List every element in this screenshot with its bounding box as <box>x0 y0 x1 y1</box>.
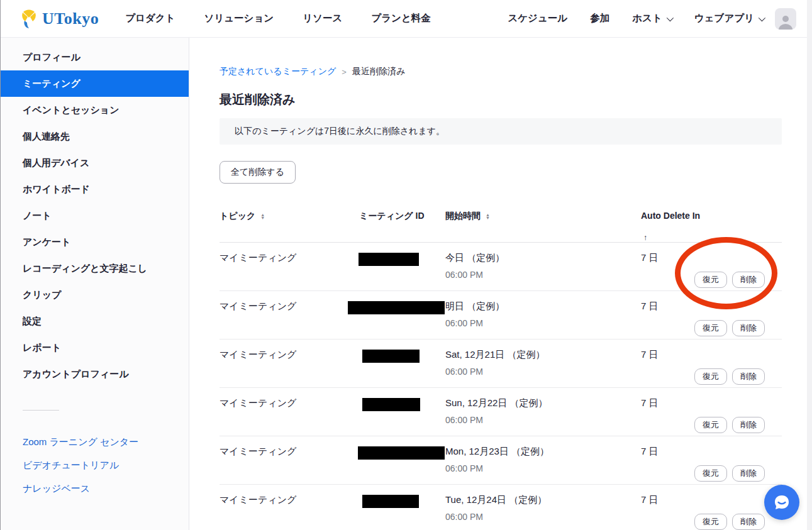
sidebar-item-6[interactable]: ノート <box>1 202 189 229</box>
column-header-start-time-label: 開始時間 <box>445 211 481 222</box>
table-row: マイミーティング Mon, 12月23日 （定例） 06:00 PM 7 日 復… <box>220 436 782 485</box>
meeting-topic: マイミーティング <box>220 340 359 361</box>
restore-button[interactable]: 復元 <box>694 272 727 288</box>
table-row: マイミーティング 明日 （定例） 06:00 PM 7 日 復元 削除 <box>220 291 782 340</box>
table-row: マイミーティング Sun, 12月22日 （定例） 06:00 PM 7 日 復… <box>220 388 782 436</box>
start-time-cell: 明日 （定例） 06:00 PM <box>445 291 641 328</box>
utokyo-ginkgo-icon <box>19 8 38 30</box>
delete-button[interactable]: 削除 <box>732 368 765 385</box>
meeting-topic: マイミーティング <box>220 291 359 312</box>
sidebar-item-0[interactable]: プロフィール <box>1 44 189 70</box>
sidebar-item-5[interactable]: ホワイトボード <box>1 176 189 202</box>
sidebar-item-10[interactable]: 設定 <box>1 308 189 334</box>
nav-action-label: ホスト <box>632 12 662 25</box>
chat-bubble-icon <box>772 492 792 512</box>
delete-all-button[interactable]: 全て削除する <box>220 161 296 184</box>
row-actions: 復元 削除 <box>694 514 782 530</box>
nav-item-1[interactable]: ソリューション <box>204 12 274 25</box>
breadcrumb-separator: > <box>342 67 347 77</box>
redacted-meeting-id-bar <box>358 446 445 460</box>
start-date: 今日 （定例） <box>445 252 641 264</box>
delete-button[interactable]: 削除 <box>732 417 765 433</box>
start-date: Sat, 12月21日 （定例） <box>445 349 641 361</box>
start-time-cell: 今日 （定例） 06:00 PM <box>445 243 641 280</box>
sidebar-item-7[interactable]: アンケート <box>1 229 189 255</box>
meeting-topic: マイミーティング <box>220 388 359 409</box>
meeting-topic: マイミーティング <box>220 243 359 264</box>
meeting-id-cell <box>359 291 445 314</box>
delete-button[interactable]: 削除 <box>732 320 765 336</box>
start-date: Tue, 12月24日 （定例） <box>445 494 641 506</box>
nav-item-2[interactable]: リソース <box>303 12 342 25</box>
utokyo-logo[interactable]: UTokyo <box>19 8 99 30</box>
redacted-meeting-id-bar <box>359 253 419 266</box>
start-date: 明日 （定例） <box>445 301 641 312</box>
sidebar-footer-link-1[interactable]: ビデオチュートリアル <box>1 454 189 477</box>
sidebar-item-1[interactable]: ミーティング <box>1 70 189 97</box>
nav-action-2[interactable]: ホスト <box>632 12 672 25</box>
nav-action-0[interactable]: スケジュール <box>508 12 567 25</box>
restore-button[interactable]: 復元 <box>694 417 727 433</box>
sidebar-item-3[interactable]: 個人連絡先 <box>1 123 189 150</box>
nav-item-3[interactable]: プランと料金 <box>371 12 430 25</box>
logo-wordmark: UTokyo <box>42 9 99 28</box>
meeting-id-cell <box>359 436 445 460</box>
breadcrumb-link-upcoming-meetings[interactable]: 予定されているミーティング <box>220 66 336 77</box>
sidebar-item-12[interactable]: アカウントプロフィール <box>1 361 189 387</box>
redacted-meeting-id-bar <box>362 350 420 363</box>
start-time-cell: Tue, 12月24日 （定例） 06:00 PM <box>445 485 641 522</box>
column-header-topic: トピック ▲▼ <box>220 202 359 222</box>
breadcrumb: 予定されているミーティング > 最近削除済み <box>220 66 782 77</box>
meeting-id-cell <box>359 243 445 266</box>
restore-button[interactable]: 復元 <box>694 465 727 482</box>
delete-button[interactable]: 削除 <box>732 514 765 530</box>
sidebar: プロフィールミーティングイベントとセッション個人連絡先個人用デバイスホワイトボー… <box>1 38 189 530</box>
row-actions: 復元 削除 <box>694 320 782 339</box>
nav-action-label: ウェブアプリ <box>694 12 754 25</box>
redacted-meeting-id-bar <box>362 398 420 411</box>
top-navigation: UTokyo プロダクトソリューションリソースプランと料金 スケジュール参加ホス… <box>1 0 812 38</box>
sidebar-item-2[interactable]: イベントとセッション <box>1 97 189 123</box>
main-content: 予定されているミーティング > 最近削除済み 最近削除済み 以下のミーティングは… <box>189 38 812 530</box>
start-date: Sun, 12月22日 （定例） <box>445 397 641 409</box>
sidebar-item-8[interactable]: レコーディングと文字起こし <box>1 255 189 282</box>
column-header-meeting-id: ミーティング ID <box>359 202 445 222</box>
sort-toggle-icon[interactable]: ▲▼ <box>486 213 490 219</box>
row-actions: 復元 削除 <box>694 417 782 436</box>
sort-ascending-arrow-icon[interactable]: ↑ <box>643 233 647 242</box>
row-actions: 復元 削除 <box>694 465 782 484</box>
row-actions: 復元 削除 <box>694 368 782 387</box>
table-row: マイミーティング Sat, 12月21日 （定例） 06:00 PM 7 日 復… <box>220 340 782 388</box>
delete-button[interactable]: 削除 <box>732 272 765 288</box>
page-title: 最近削除済み <box>220 91 782 108</box>
auto-delete-in-value: 7 日 <box>641 388 694 409</box>
primary-nav-links: プロダクトソリューションリソースプランと料金 <box>125 12 431 25</box>
sidebar-item-11[interactable]: レポート <box>1 334 189 361</box>
restore-button[interactable]: 復元 <box>694 320 727 336</box>
nav-action-1[interactable]: 参加 <box>590 12 609 25</box>
restore-button[interactable]: 復元 <box>694 368 727 385</box>
auto-delete-in-value: 7 日 <box>641 436 694 458</box>
delete-button[interactable]: 削除 <box>732 465 765 482</box>
start-time-cell: Sat, 12月21日 （定例） 06:00 PM <box>445 340 641 377</box>
meeting-topic: マイミーティング <box>220 485 359 506</box>
nav-item-0[interactable]: プロダクト <box>125 12 175 25</box>
table-row: マイミーティング 今日 （定例） 06:00 PM 7 日 復元 削除 <box>220 243 782 291</box>
sidebar-item-4[interactable]: 個人用デバイス <box>1 150 189 176</box>
support-chat-button[interactable] <box>764 485 799 520</box>
sort-toggle-icon[interactable]: ▲▼ <box>260 213 265 219</box>
auto-delete-notice-banner: 以下のミーティングは7日後に永久に削除されます。 <box>220 118 782 145</box>
sidebar-footer-link-2[interactable]: ナレッジベース <box>1 477 189 500</box>
sidebar-divider <box>23 410 59 411</box>
sidebar-item-9[interactable]: クリップ <box>1 282 189 308</box>
sidebar-footer-link-0[interactable]: Zoom ラーニング センター <box>1 431 189 454</box>
vertical-scrollbar[interactable] <box>807 0 812 530</box>
start-time: 06:00 PM <box>445 270 641 280</box>
table-header-row: トピック ▲▼ ミーティング ID 開始時間 ▲▼ Auto Delete In… <box>220 202 782 243</box>
redacted-meeting-id-bar <box>362 495 419 508</box>
nav-action-label: 参加 <box>590 12 609 25</box>
nav-action-3[interactable]: ウェブアプリ <box>694 12 764 25</box>
chevron-down-icon <box>759 14 765 21</box>
restore-button[interactable]: 復元 <box>694 514 727 530</box>
profile-avatar[interactable] <box>775 8 796 30</box>
